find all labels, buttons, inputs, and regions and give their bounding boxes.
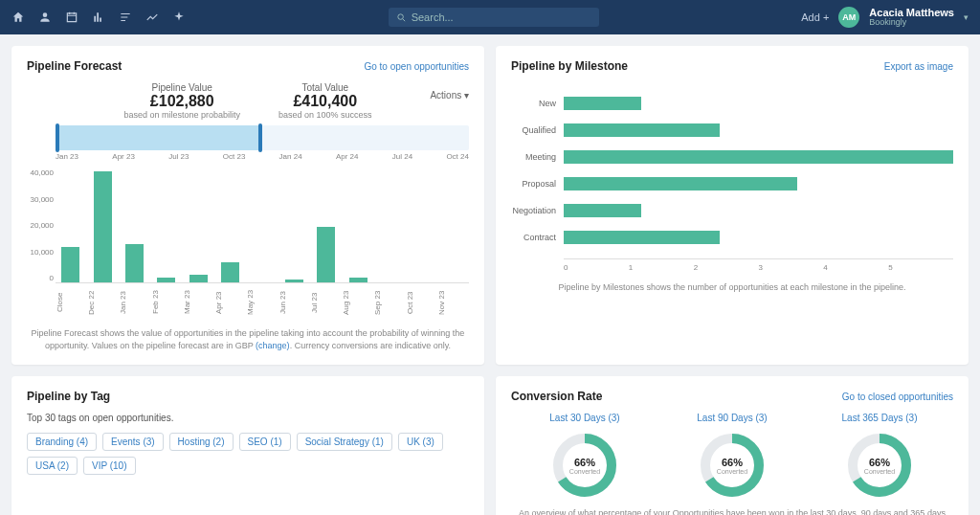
hbar-fill[interactable] [564,177,797,190]
bar[interactable] [94,171,112,282]
card-footer: Pipeline by Milestones shows the number … [511,281,953,294]
export-image-link[interactable]: Export as image [884,61,953,72]
actions-dropdown[interactable]: Actions ▾ [430,90,469,101]
tag[interactable]: VIP (10) [83,457,136,475]
bar-col [439,168,469,282]
calendar-icon[interactable] [65,11,78,24]
open-opportunities-link[interactable]: Go to open opportunities [364,61,469,72]
closed-opportunities-link[interactable]: Go to closed opportunities [842,392,953,402]
tags-note: Top 30 tags on open opportunities. [27,413,469,423]
hbar-fill[interactable] [564,231,720,244]
bar-col [87,168,117,282]
bar[interactable] [221,262,239,282]
chevron-down-icon: ▾ [464,90,469,101]
card-pipeline-forecast: Pipeline Forecast Go to open opportuniti… [11,46,484,365]
search-icon [396,12,407,23]
tag[interactable]: Social Strategy (1) [297,433,392,451]
bar-col [311,168,341,282]
hbar-fill[interactable] [564,123,720,137]
donut-chart: 66%Converted [700,433,765,498]
card-pipeline-milestone: Pipeline by Milestone Export as image Ne… [496,46,969,365]
conversion-period-link[interactable]: Last 30 Days (3) [511,413,658,423]
bar-col [407,168,436,282]
bar[interactable] [157,278,175,282]
bar[interactable] [349,278,368,282]
bar-col [279,168,309,282]
user-menu[interactable]: Acacia Matthews Bookingly [869,7,954,28]
tag[interactable]: Branding (4) [27,433,97,451]
conversion-period: Last 365 Days (3)66%Converted [806,413,953,498]
add-button[interactable]: Add + [801,11,829,23]
list-icon[interactable] [119,11,132,24]
bar-col [56,168,85,282]
hbar-fill[interactable] [564,97,641,110]
tag[interactable]: Hosting (2) [169,433,234,451]
trend-icon[interactable] [145,11,159,24]
card-title: Pipeline by Tag [27,390,110,403]
milestone-x-axis: 012345 [564,258,953,272]
search-wrap [389,8,599,27]
bar[interactable] [285,280,303,282]
bar-col [151,168,181,282]
range-sparkline [56,125,262,150]
range-axis-labels: Jan 23Apr 23Jul 23Oct 23Jan 24Apr 24Jul … [56,152,469,161]
conversion-period: Last 90 Days (3)66%Converted [658,413,806,498]
conversion-period-link[interactable]: Last 90 Days (3) [658,413,806,423]
topbar-nav-icons [11,11,186,24]
card-conversion-rate: Conversion Rate Go to closed opportuniti… [496,376,969,515]
hbar-fill[interactable] [564,204,641,217]
bar[interactable] [61,247,79,282]
tag[interactable]: SEO (1) [239,433,291,451]
y-axis: 40,00030,00020,00010,0000 [27,168,54,282]
hbar-row: Proposal [511,172,953,195]
total-value-block: Total Value £410,400 based on 100% succe… [278,82,372,120]
topbar: Add + AM Acacia Matthews Bookingly ▾ [0,0,980,34]
person-icon[interactable] [38,11,52,24]
bar-col [120,168,149,282]
card-title: Pipeline by Milestone [511,59,628,73]
donut-chart: 66%Converted [552,433,617,498]
sparkle-icon[interactable] [172,11,186,24]
bar[interactable] [317,227,335,282]
hbar-fill[interactable] [564,150,953,164]
bar-col [344,168,373,282]
card-footer: Pipeline Forecast shows the value of opp… [27,327,469,351]
hbar-row: Meeting [511,146,953,168]
svg-point-0 [397,14,403,20]
conversion-period: Last 30 Days (3)66%Converted [511,413,658,498]
hbar-row: Negotiation [511,199,953,222]
avatar[interactable]: AM [838,7,859,28]
bar[interactable] [125,244,144,282]
home-icon[interactable] [11,11,25,24]
user-account: Bookingly [869,18,954,28]
search-input[interactable] [389,8,599,27]
date-range-slider[interactable] [56,125,469,150]
chart-icon[interactable] [92,11,105,24]
card-pipeline-tag: Pipeline by Tag Top 30 tags on open oppo… [11,376,484,515]
forecast-bar-chart: 40,00030,00020,00010,0000 [56,168,469,283]
tag-list: Branding (4)Events (3)Hosting (2)SEO (1)… [27,433,469,475]
card-title: Conversion Rate [511,390,602,403]
bar[interactable] [189,275,208,282]
range-handle-start[interactable] [56,123,59,152]
tag[interactable]: USA (2) [27,457,78,475]
milestone-bar-chart: NewQualifiedMeetingProposalNegotiationCo… [511,92,953,249]
card-title: Pipeline Forecast [27,59,122,73]
conversion-donuts: Last 30 Days (3)66%ConvertedLast 90 Days… [511,413,953,498]
hbar-row: Contract [511,226,953,249]
tag[interactable]: UK (3) [398,433,443,451]
conversion-period-link[interactable]: Last 365 Days (3) [806,413,953,423]
range-handle-end[interactable] [258,123,262,152]
x-axis: CloseDec 22Jan 23Feb 23Mar 23Apr 23May 2… [56,287,469,318]
card-footer: An overview of what percentage of your O… [511,507,953,515]
donut-chart: 66%Converted [847,433,912,498]
bar-col [247,168,277,282]
change-currency-link[interactable]: (change) [256,341,290,350]
pipeline-value-block: Pipeline Value £102,880 based on milesto… [123,82,240,120]
topbar-right: Add + AM Acacia Matthews Bookingly ▾ [801,7,969,28]
bar-col [215,168,245,282]
chevron-down-icon: ▾ [964,12,969,22]
bar-col [184,168,213,282]
bar-col [375,168,405,282]
tag[interactable]: Events (3) [102,433,164,451]
